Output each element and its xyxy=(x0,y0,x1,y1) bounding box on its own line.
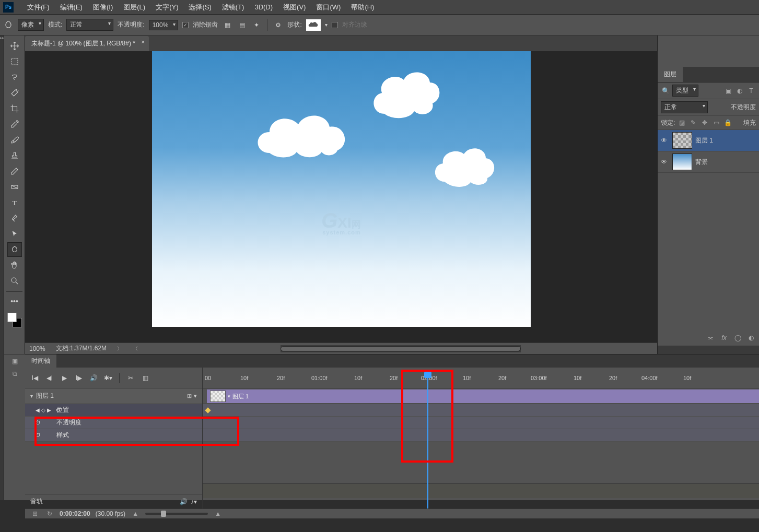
stopwatch-icon[interactable]: ⏱ xyxy=(56,407,61,413)
menu-image[interactable]: 图像(I) xyxy=(88,1,118,14)
track-menu-icon[interactable]: ▾ xyxy=(194,393,197,399)
opt-icon-2[interactable]: ▤ xyxy=(237,20,247,30)
lasso-tool[interactable] xyxy=(7,70,22,85)
timeline-audio-row[interactable]: 音轨 🔊 ♪▾ xyxy=(25,494,202,509)
shape-picker[interactable] xyxy=(306,19,321,31)
zoom-out-icon[interactable]: ▲ xyxy=(131,509,140,518)
timeline-position-track[interactable] xyxy=(203,404,759,417)
menu-view[interactable]: 视图(V) xyxy=(278,1,311,14)
doc-info-chevron[interactable]: 〉 xyxy=(117,345,122,352)
layer-thumbnail[interactable] xyxy=(672,153,692,170)
path-select-tool[interactable] xyxy=(7,227,22,241)
horizontal-scrollbar[interactable] xyxy=(281,345,521,352)
audio-mute-icon[interactable]: 🔊 xyxy=(180,498,188,505)
gear-icon[interactable]: ⚙ xyxy=(273,20,283,30)
opacity-input[interactable]: 100% xyxy=(149,20,179,30)
filter-type-icon[interactable]: 🔍 xyxy=(661,86,670,96)
lock-artboard-icon[interactable]: ▭ xyxy=(711,118,721,127)
nav-left-icon[interactable]: 〈 xyxy=(133,345,138,352)
menu-file[interactable]: 文件(F) xyxy=(22,1,55,14)
menu-window[interactable]: 窗口(W) xyxy=(311,1,346,14)
hand-tool[interactable] xyxy=(7,258,22,273)
settings-icon[interactable]: ✱▾ xyxy=(102,372,114,384)
eyedropper-tool[interactable] xyxy=(7,117,22,132)
menu-filter[interactable]: 滤镜(T) xyxy=(217,1,250,14)
render-icon[interactable]: ↻ xyxy=(45,509,54,518)
next-keyframe-icon[interactable]: ▶ xyxy=(47,407,51,413)
color-swatches[interactable] xyxy=(7,313,22,327)
lock-brush-icon[interactable]: ✎ xyxy=(688,118,698,127)
menu-layer[interactable]: 图层(L) xyxy=(118,1,150,14)
zoom-tool[interactable] xyxy=(7,274,22,288)
timeline-prop-style[interactable]: ⏱ 样式 xyxy=(25,429,202,442)
menu-type[interactable]: 文字(Y) xyxy=(150,1,183,14)
timeline-style-track[interactable] xyxy=(203,429,759,442)
collapse-icon[interactable]: ▾ xyxy=(30,393,33,399)
transition-icon[interactable]: ▥ xyxy=(139,372,151,384)
lock-position-icon[interactable]: ✥ xyxy=(700,118,709,127)
brush-tool[interactable] xyxy=(7,133,22,147)
opt-icon-3[interactable]: ✦ xyxy=(251,20,262,30)
pen-tool[interactable] xyxy=(7,211,22,226)
zoom-in-icon[interactable]: ▲ xyxy=(213,509,223,518)
filter-adjust-icon[interactable]: ◐ xyxy=(735,86,744,96)
track-options-icon[interactable]: ⊞ xyxy=(187,393,192,399)
go-to-start-icon[interactable]: I◀ xyxy=(29,372,41,384)
visibility-toggle-icon[interactable]: 👁 xyxy=(661,137,669,144)
type-tool[interactable]: T xyxy=(7,195,22,210)
align-edges-checkbox[interactable] xyxy=(332,22,338,28)
menu-edit[interactable]: 编辑(E) xyxy=(55,1,88,14)
shape-tool[interactable] xyxy=(7,242,22,257)
timeline-layer-header[interactable]: ▾ 图层 1 ⊞ ▾ xyxy=(25,388,202,404)
layer-name[interactable]: 图层 1 xyxy=(695,136,713,145)
playhead[interactable] xyxy=(427,373,428,509)
current-tool-icon[interactable] xyxy=(3,20,14,30)
crop-tool[interactable] xyxy=(7,101,22,116)
visibility-toggle-icon[interactable]: 👁 xyxy=(661,158,669,165)
timeline-ruler[interactable]: 00 10f 20f 01:00f 10f 20f 02:00f 10f 20f… xyxy=(203,368,759,388)
document-tab[interactable]: 未标题-1 @ 100% (图层 1, RGB/8#) * × xyxy=(25,36,149,51)
link-layers-icon[interactable]: ⫘ xyxy=(706,333,715,342)
close-tab-icon[interactable]: × xyxy=(141,39,144,45)
stopwatch-icon[interactable]: ⏱ xyxy=(36,420,41,425)
menu-3d[interactable]: 3D(D) xyxy=(249,1,278,13)
split-icon[interactable]: ✂ xyxy=(125,372,136,384)
layer-filter-dropdown[interactable]: 类型 xyxy=(672,85,698,97)
foreground-color[interactable] xyxy=(7,313,17,322)
next-frame-icon[interactable]: I▶ xyxy=(73,372,85,384)
filter-image-icon[interactable]: ▣ xyxy=(723,86,733,96)
screenmode-icon[interactable]: ⧉ xyxy=(10,369,19,379)
prev-keyframe-icon[interactable]: ◀ xyxy=(36,407,40,413)
adjustment-icon[interactable]: ◐ xyxy=(746,333,756,342)
wand-tool[interactable] xyxy=(7,86,22,100)
layer-thumbnail[interactable] xyxy=(672,132,692,149)
menu-help[interactable]: 帮助(H) xyxy=(346,1,379,14)
eraser-tool[interactable] xyxy=(7,164,22,179)
timeline-audio-track[interactable] xyxy=(203,483,759,498)
layer-blend-dropdown[interactable]: 正常 xyxy=(661,101,708,113)
prev-frame-icon[interactable]: ◀I xyxy=(44,372,55,384)
add-keyframe-icon[interactable]: ◇ xyxy=(41,407,45,413)
timeline-clip[interactable]: ▾ 图层 1 xyxy=(207,389,759,403)
fx-icon[interactable]: fx xyxy=(719,333,729,342)
timeline-prop-opacity[interactable]: ⏱ 不透明度 xyxy=(25,417,202,429)
timeline-opacity-track[interactable] xyxy=(203,417,759,429)
layers-panel-tab[interactable]: 图层 xyxy=(658,67,683,82)
panel-scrollbar[interactable] xyxy=(658,346,759,354)
gradient-tool[interactable] xyxy=(7,180,22,194)
lock-pixels-icon[interactable]: ▨ xyxy=(677,118,686,127)
stopwatch-icon[interactable]: ⏱ xyxy=(36,432,41,438)
play-icon[interactable]: ▶ xyxy=(59,372,70,384)
size-unit-dropdown[interactable]: 像素 xyxy=(18,19,44,31)
audio-menu-icon[interactable]: ♪▾ xyxy=(191,498,197,505)
frame-mode-icon[interactable]: ⊞ xyxy=(30,509,40,518)
blend-mode-dropdown[interactable]: 正常 xyxy=(66,19,113,31)
filter-type-t-icon[interactable]: T xyxy=(746,86,756,96)
quickmask-icon[interactable]: ▣ xyxy=(10,357,19,366)
canvas[interactable]: GGXI网XI网 system.com xyxy=(152,51,531,327)
antialias-checkbox[interactable]: ✓ xyxy=(182,22,189,28)
mute-icon[interactable]: 🔊 xyxy=(88,372,99,384)
zoom-level[interactable]: 100% xyxy=(29,345,45,352)
timeline-zoom-slider[interactable] xyxy=(145,513,208,515)
layer-row-background[interactable]: 👁 背景 xyxy=(658,151,759,173)
